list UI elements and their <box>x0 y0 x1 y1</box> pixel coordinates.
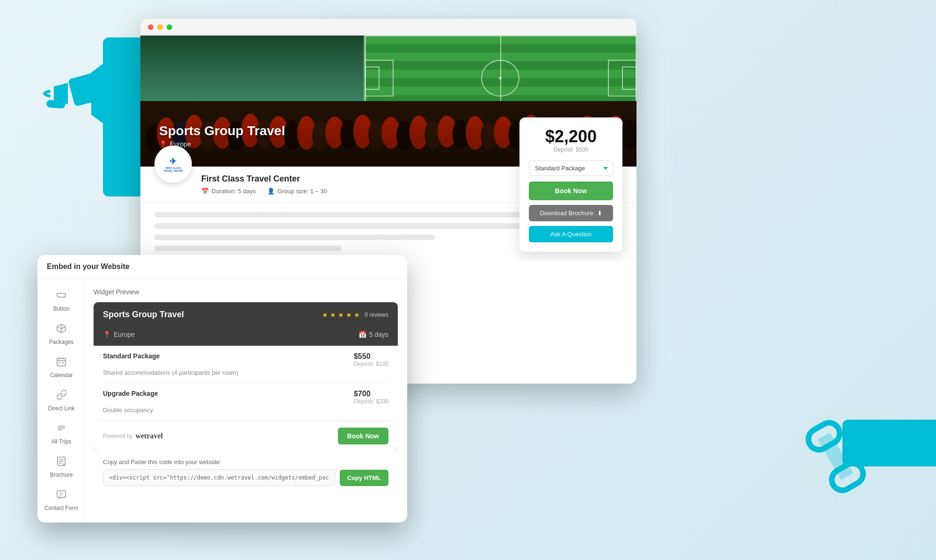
embed-modal-body: Button Packages <box>37 279 407 523</box>
download-brochure-button[interactable]: Download Brochure ⬇ <box>529 205 613 221</box>
browser-header <box>140 19 636 36</box>
svg-rect-58 <box>59 362 60 364</box>
svg-rect-61 <box>57 491 66 497</box>
widget-reviews: 0 reviews <box>365 312 388 318</box>
copy-html-button[interactable]: Copy HTML <box>340 470 388 486</box>
price-deposit: Deposit: $500 <box>529 146 613 153</box>
placeholder-bar-3 <box>154 234 435 240</box>
duration-meta: 📅 Duration: 5 days <box>201 188 256 195</box>
widget-packages: Standard Package $550 Deposit: $100 Shar… <box>94 346 398 421</box>
logo-text: FIRST CLASSTRAVEL CENTER <box>163 167 183 172</box>
widget-book-button[interactable]: Book Now <box>338 428 388 444</box>
sidebar-item-direct-link[interactable]: Direct Link <box>37 384 84 417</box>
widget-trip-name: Sports Group Travel <box>103 310 184 320</box>
provider-logo: ✈ FIRST CLASSTRAVEL CENTER <box>154 145 192 183</box>
star-5: ★ <box>354 311 360 319</box>
code-label: Copy and Paste this code into your websi… <box>103 458 388 465</box>
embed-sidebar: Button Packages <box>37 279 84 523</box>
code-row: Copy HTML <box>103 469 388 486</box>
widget-card-sub: 📍 Europe 📅 5 days <box>94 327 398 346</box>
powered-by: Powered by wetravel <box>103 432 163 440</box>
book-now-button[interactable]: Book Now <box>529 182 613 200</box>
standard-package-name: Standard Package <box>103 352 160 360</box>
sidebar-item-brochure[interactable]: Brochure <box>37 451 84 484</box>
wetravel-logo: wetravel <box>135 432 163 440</box>
button-icon <box>56 290 66 303</box>
embed-modal: Embed in your Website Button <box>37 255 407 523</box>
upgrade-package-deposit: Deposit: $200 <box>354 398 388 405</box>
widget-package-upgrade-top: Upgrade Package $700 Deposit: $200 <box>103 390 388 405</box>
browser-content: Sports Group Travel 📍 Europe 📷 See more … <box>140 36 636 261</box>
browser-dot-close[interactable] <box>148 24 154 30</box>
sidebar-item-calendar[interactable]: Calendar <box>37 351 84 384</box>
standard-package-price: $550 <box>354 352 388 361</box>
svg-point-14 <box>499 77 502 80</box>
widget-card: Sports Group Travel ★ ★ ★ ★ ★ 0 reviews … <box>94 302 398 451</box>
pricing-card: $2,200 Deposit: $500 Standard Package Up… <box>519 117 622 252</box>
svg-rect-56 <box>57 293 66 297</box>
calendar-nav-icon <box>56 356 66 369</box>
megaphone-icon <box>26 44 124 145</box>
sidebar-item-button[interactable]: Button <box>37 284 84 318</box>
placeholder-bar-2 <box>154 223 529 229</box>
sidebar-item-contact-form[interactable]: Contact Form <box>37 484 84 517</box>
widget-duration: 📅 5 days <box>358 331 388 338</box>
upgrade-package-name: Upgrade Package <box>103 390 158 397</box>
packages-icon <box>56 323 66 336</box>
widget-stars: ★ ★ ★ ★ ★ 0 reviews <box>322 311 388 319</box>
list-nav-icon <box>56 423 66 436</box>
package-select[interactable]: Standard Package Upgrade Package <box>529 160 613 176</box>
ask-question-button[interactable]: Ask A Question <box>529 226 613 242</box>
hero-overlay: Sports Group Travel 📍 Europe <box>159 124 285 148</box>
widget-package-standard: Standard Package $550 Deposit: $100 Shar… <box>103 346 388 383</box>
standard-package-deposit: Deposit: $100 <box>354 361 388 367</box>
browser-dot-minimize[interactable] <box>157 24 163 30</box>
widget-package-upgrade: Upgrade Package $700 Deposit: $200 Doubl… <box>103 383 388 421</box>
placeholder-bar-4 <box>154 246 342 251</box>
widget-preview-label: Widget Preview <box>94 288 398 296</box>
hero-title: Sports Group Travel <box>159 124 285 138</box>
embed-main-content: Widget Preview Sports Group Travel ★ ★ ★… <box>84 279 407 523</box>
link-chain-icon <box>792 413 881 504</box>
sidebar-item-all-trips[interactable]: All Trips <box>37 417 84 451</box>
browser-dot-expand[interactable] <box>167 24 172 30</box>
contact-form-icon <box>56 489 66 502</box>
widget-package-standard-top: Standard Package $550 Deposit: $100 <box>103 352 388 367</box>
upgrade-package-price: $700 <box>354 390 388 398</box>
link-nav-icon <box>56 390 66 402</box>
embed-modal-header: Embed in your Website <box>37 255 407 279</box>
svg-rect-57 <box>57 358 66 366</box>
star-1: ★ <box>322 311 328 319</box>
people-icon: 👤 <box>267 188 275 195</box>
logo-plane-icon: ✈ <box>169 156 176 167</box>
widget-footer: Powered by wetravel Book Now <box>94 421 398 451</box>
standard-package-desc: Shared accommodations (4 participants pe… <box>103 369 388 376</box>
sidebar-item-packages[interactable]: Packages <box>37 318 84 351</box>
brochure-icon <box>56 456 66 469</box>
star-2: ★ <box>330 311 336 319</box>
code-input[interactable] <box>103 469 335 486</box>
widget-calendar-icon: 📅 <box>358 331 366 338</box>
upgrade-package-desc: Double occupancy <box>103 407 388 414</box>
star-3: ★ <box>338 311 344 319</box>
code-section: Copy and Paste this code into your websi… <box>94 458 398 494</box>
widget-location-icon: 📍 <box>103 331 111 338</box>
price-main: $2,200 <box>529 127 613 146</box>
download-icon: ⬇ <box>597 210 602 217</box>
calendar-icon: 📅 <box>201 188 209 195</box>
star-4: ★ <box>346 311 352 319</box>
group-size-meta: 👤 Group size: 1 – 30 <box>267 188 327 195</box>
widget-card-header: Sports Group Travel ★ ★ ★ ★ ★ 0 reviews <box>94 302 398 327</box>
widget-location: 📍 Europe <box>103 331 135 338</box>
svg-rect-59 <box>62 362 64 364</box>
